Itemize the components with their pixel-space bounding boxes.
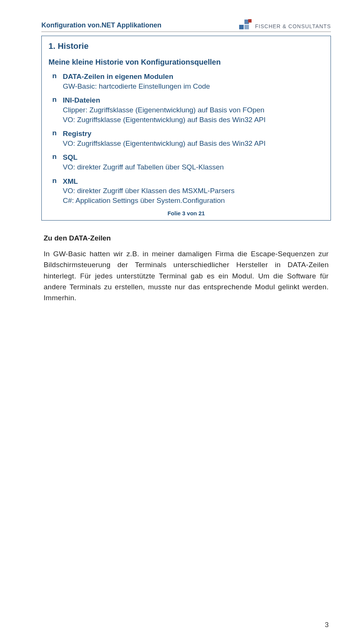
bullet-label: DATA-Zeilen in eigenen Modulen: [63, 72, 324, 82]
slide-footer: Folie 3 von 21: [49, 210, 324, 216]
list-item: n INI-Dateien Clipper: Zugriffsklasse (E…: [52, 95, 324, 124]
bullet-marker: n: [52, 129, 63, 148]
bullet-label: XML: [63, 177, 324, 186]
logo-mark-icon: [239, 19, 252, 29]
body-paragraph: In GW-Basic hatten wir z.B. in meiner da…: [44, 248, 329, 304]
list-item: n Registry VO: Zugriffsklasse (Eigentent…: [52, 129, 324, 148]
slide-box: 1. Historie Meine kleine Historie von Ko…: [41, 36, 331, 221]
page-header: Konfiguration von.NET Applikationen FISC…: [41, 19, 331, 29]
list-item: n SQL VO: direkter Zugriff auf Tabellen …: [52, 153, 324, 172]
list-item: n DATA-Zeilen in eigenen Modulen GW-Basi…: [52, 72, 324, 91]
bullet-desc: VO: direkter Zugriff über Klassen des MS…: [63, 186, 324, 205]
bullet-desc: GW-Basic: hartcodierte Einstellungen im …: [63, 82, 324, 91]
list-item: n XML VO: direkter Zugriff über Klassen …: [52, 177, 324, 206]
body-heading: Zu den DATA-Zeilen: [44, 234, 329, 242]
slide-heading: 1. Historie: [49, 41, 324, 51]
slide-subheading: Meine kleine Historie von Konfigurations…: [49, 58, 324, 67]
header-title: Konfiguration von.NET Applikationen: [41, 21, 161, 29]
header-divider: [41, 32, 331, 32]
bullet-marker: n: [52, 177, 63, 206]
bullet-list: n DATA-Zeilen in eigenen Modulen GW-Basi…: [52, 72, 324, 206]
bullet-label: SQL: [63, 153, 324, 162]
bullet-marker: n: [52, 72, 63, 91]
page-number: 3: [325, 621, 329, 629]
bullet-label: INI-Dateien: [63, 95, 324, 105]
company-logo: FISCHER & CONSULTANTS: [239, 19, 331, 29]
bullet-desc: VO: Zugriffsklasse (Eigententwicklung) a…: [63, 139, 324, 148]
body-section: Zu den DATA-Zeilen In GW-Basic hatten wi…: [41, 234, 331, 304]
bullet-desc: VO: direkter Zugriff auf Tabellen über S…: [63, 162, 324, 172]
bullet-marker: n: [52, 153, 63, 172]
bullet-marker: n: [52, 95, 63, 124]
bullet-label: Registry: [63, 129, 324, 139]
company-name: FISCHER & CONSULTANTS: [255, 23, 331, 29]
bullet-desc: Clipper: Zugriffsklasse (Eigenentwicklun…: [63, 105, 324, 124]
